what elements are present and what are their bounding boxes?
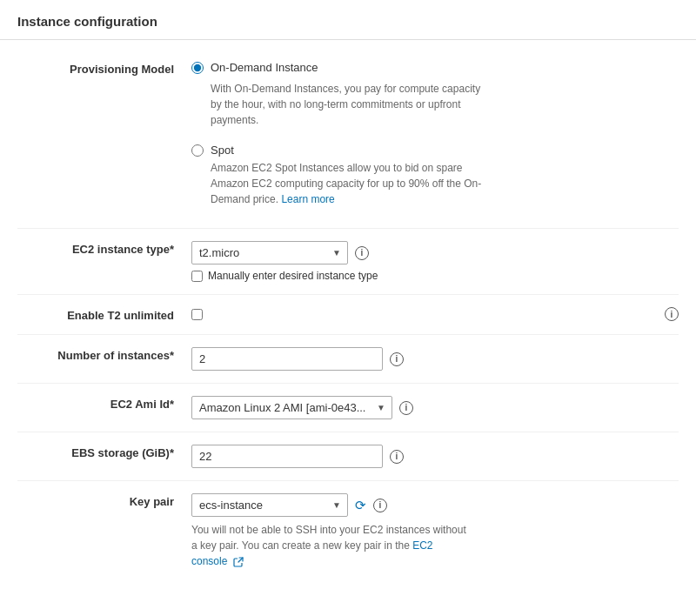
ec2-ami-id-control: Amazon Linux 2 AMI [ami-0e43... ▼ i xyxy=(191,396,679,419)
instance-configuration-page: Instance configuration Provisioning Mode… xyxy=(0,0,696,616)
manually-enter-label[interactable]: Manually enter desired instance type xyxy=(208,270,378,282)
key-pair-select[interactable]: ecs-instance None xyxy=(191,493,348,517)
ec2-ami-id-label: EC2 Ami Id* xyxy=(17,396,191,411)
ec2-instance-type-row: EC2 instance type* t2.micro t2.small t2.… xyxy=(17,229,679,295)
spot-radio[interactable] xyxy=(191,144,204,157)
ec2-ami-id-row: EC2 Ami Id* Amazon Linux 2 AMI [ami-0e43… xyxy=(17,384,679,432)
key-pair-refresh-icon[interactable]: ⟳ xyxy=(355,498,366,513)
on-demand-radio[interactable] xyxy=(191,62,204,74)
key-pair-control: ecs-instance None ▼ ⟳ i You will not be … xyxy=(191,493,679,578)
number-of-instances-label: Number of instances* xyxy=(17,347,191,362)
spot-option: Spot xyxy=(191,144,679,157)
key-pair-input-row: ecs-instance None ▼ ⟳ i xyxy=(191,493,679,517)
manually-enter-checkbox[interactable] xyxy=(191,271,203,282)
ec2-instance-type-label: EC2 instance type* xyxy=(17,241,191,256)
form-body: Provisioning Model On-Demand Instance Wi… xyxy=(0,40,696,607)
ec2-ami-id-select[interactable]: Amazon Linux 2 AMI [ami-0e43... xyxy=(191,396,392,419)
spot-label[interactable]: Spot xyxy=(211,144,234,157)
ec2-instance-type-select[interactable]: t2.micro t2.small t2.medium t3.micro xyxy=(191,241,348,264)
ec2-ami-id-info-icon[interactable]: i xyxy=(399,401,413,415)
key-pair-info-icon[interactable]: i xyxy=(373,499,387,512)
number-of-instances-input[interactable] xyxy=(191,347,383,371)
provisioning-model-row: Provisioning Model On-Demand Instance Wi… xyxy=(17,49,679,229)
manually-enter-row: Manually enter desired instance type xyxy=(191,270,679,282)
spot-learn-more-link[interactable]: Learn more xyxy=(281,193,334,205)
external-link-icon xyxy=(233,557,244,567)
ec2-instance-type-select-wrapper: t2.micro t2.small t2.medium t3.micro ▼ xyxy=(191,241,348,264)
ec2-instance-type-info-icon[interactable]: i xyxy=(355,246,369,260)
ec2-ami-id-select-wrapper: Amazon Linux 2 AMI [ami-0e43... ▼ xyxy=(191,396,392,419)
key-pair-select-wrapper: ecs-instance None ▼ xyxy=(191,493,348,517)
ebs-storage-info-icon[interactable]: i xyxy=(390,450,404,464)
on-demand-label[interactable]: On-Demand Instance xyxy=(211,61,318,74)
spot-helper: Amazon EC2 Spot Instances allow you to b… xyxy=(211,160,489,207)
ec2-ami-id-input-row: Amazon Linux 2 AMI [ami-0e43... ▼ i xyxy=(191,396,679,419)
enable-t2-unlimited-control: i xyxy=(191,307,679,321)
ebs-storage-control: i xyxy=(191,445,679,468)
ebs-storage-label: EBS storage (GiB)* xyxy=(17,445,191,459)
spot-section: Spot Amazon EC2 Spot Instances allow you… xyxy=(191,144,679,216)
provisioning-model-control: On-Demand Instance With On-Demand Instan… xyxy=(191,61,679,216)
enable-t2-unlimited-label: Enable T2 unlimited xyxy=(17,307,191,322)
enable-t2-unlimited-input-row: i xyxy=(191,307,679,321)
on-demand-helper: With On-Demand Instances, you pay for co… xyxy=(211,81,489,128)
number-of-instances-info-icon[interactable]: i xyxy=(390,352,404,366)
key-pair-helper: You will not be able to SSH into your EC… xyxy=(191,522,470,569)
ebs-storage-input[interactable] xyxy=(191,445,383,468)
key-pair-row: Key pair ecs-instance None ▼ ⟳ i You wil… xyxy=(17,481,679,590)
t2-unlimited-info-icon[interactable]: i xyxy=(665,307,679,321)
ebs-storage-input-row: i xyxy=(191,445,679,468)
t2-unlimited-checkbox[interactable] xyxy=(191,309,203,320)
ec2-instance-type-control: t2.micro t2.small t2.medium t3.micro ▼ i… xyxy=(191,241,679,282)
number-of-instances-input-row: i xyxy=(191,347,679,371)
provisioning-model-label: Provisioning Model xyxy=(17,61,191,76)
number-of-instances-row: Number of instances* i xyxy=(17,335,679,384)
page-title: Instance configuration xyxy=(0,0,696,40)
on-demand-option: On-Demand Instance xyxy=(191,61,679,74)
ec2-instance-type-input-row: t2.micro t2.small t2.medium t3.micro ▼ i xyxy=(191,241,679,264)
ebs-storage-row: EBS storage (GiB)* i xyxy=(17,432,679,481)
number-of-instances-control: i xyxy=(191,347,679,371)
key-pair-label: Key pair xyxy=(17,493,191,508)
enable-t2-unlimited-row: Enable T2 unlimited i xyxy=(17,295,679,335)
